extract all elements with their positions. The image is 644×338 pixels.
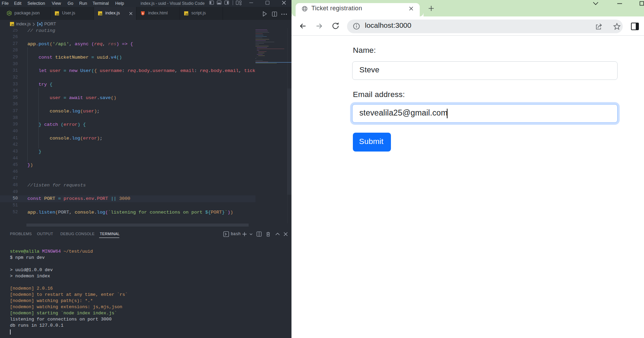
- svg-text:5: 5: [142, 12, 144, 15]
- svg-text:JS: JS: [8, 12, 11, 14]
